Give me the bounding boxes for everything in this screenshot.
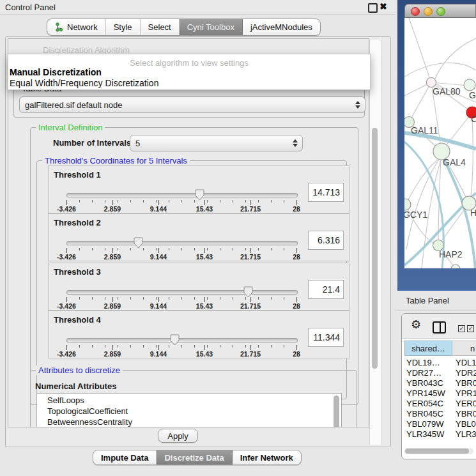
tab-style[interactable]: Style — [106, 19, 141, 35]
table-panel-header: Table Panel — [395, 291, 476, 311]
threshold-1-slider[interactable] — [66, 193, 298, 197]
node-partial-top-right[interactable] — [464, 79, 475, 91]
slider-ticks — [66, 200, 297, 203]
close-traffic-icon[interactable] — [411, 7, 420, 16]
numerical-attributes-list[interactable]: SelfLoops TopologicalCoefficient Between… — [36, 393, 342, 427]
tab-infer-label: Infer Network — [240, 453, 293, 463]
threshold-3-slider[interactable] — [66, 290, 298, 295]
threshold-1-value-field[interactable]: 14.713 — [308, 183, 344, 202]
network-icon — [55, 22, 63, 32]
tick-label: 9.144 — [150, 350, 167, 358]
checkbox-icon[interactable]: ✓ — [458, 325, 465, 332]
interval-definition-title: Interval Definition — [36, 123, 105, 132]
tab-network[interactable]: Network — [47, 19, 106, 35]
tick-label: 15.43 — [196, 302, 213, 310]
tab-impute-label: Impute Data — [101, 453, 148, 463]
tick-label: 15.43 — [196, 350, 213, 358]
threshold-panel-1: Threshold 1 -3.426 2.859 9.144 15.43 21.… — [48, 165, 349, 213]
table-data-combo[interactable]: galFiltered.sif default node — [19, 96, 365, 113]
combo-spinner-icon — [293, 139, 298, 147]
list-scrollbar[interactable] — [334, 395, 339, 427]
tick-label: 9.144 — [150, 253, 167, 261]
label-c-partial: C — [471, 114, 476, 124]
top-tab-bar: Network Style Select Cyni Toolbox jActiv… — [47, 19, 321, 36]
number-of-intervals-combo[interactable]: 5 — [130, 135, 303, 151]
list-item[interactable]: BetweennessCentrality — [47, 417, 132, 427]
discretize-viewport: Discretization Algorithm Table Data galF… — [8, 38, 369, 427]
float-icon[interactable] — [368, 3, 378, 13]
checkbox-icon[interactable]: ✓ — [467, 325, 474, 332]
tick-label: 2.859 — [104, 302, 121, 310]
label-gal80: GAL80 — [433, 86, 461, 96]
option-manual-discretization[interactable]: Manual Discretization — [10, 67, 102, 77]
tick-label: -3.426 — [57, 302, 76, 310]
close-icon[interactable]: ✖ — [380, 1, 387, 12]
threshold-3-label: Threshold 3 — [54, 267, 101, 277]
zoom-traffic-icon[interactable] — [436, 7, 445, 16]
tab-select-label: Select — [148, 22, 171, 32]
tab-network-label: Network — [67, 22, 98, 32]
tab-discretize-data[interactable]: Discretize Data — [157, 450, 232, 464]
network-graph — [404, 18, 476, 268]
label-hap2: HAP2 — [439, 249, 463, 259]
number-of-intervals-label: Number of Intervals — [53, 138, 131, 148]
panel-scrollbar-thumb[interactable] — [372, 128, 378, 369]
tick-label: 9.144 — [150, 205, 167, 213]
label-gal4: GAL4 — [443, 157, 466, 167]
table-hscrollbar-thumb[interactable] — [405, 449, 469, 454]
table-panel-title: Table Panel — [406, 296, 449, 305]
threshold-2-slider[interactable] — [66, 241, 298, 245]
tab-jactivemnodules[interactable]: jActiveMNodules — [243, 19, 320, 35]
list-item[interactable]: TopologicalCoefficient — [47, 406, 128, 416]
number-of-intervals-value: 5 — [135, 139, 140, 148]
slider-ticks — [66, 345, 297, 348]
tick-label: 28 — [293, 350, 300, 358]
threshold-4-slider[interactable] — [66, 338, 298, 342]
tick-label: 28 — [293, 205, 300, 213]
tab-infer-network[interactable]: Infer Network — [233, 450, 301, 464]
threshold-3-value-field[interactable]: 21.4 — [308, 280, 344, 299]
tick-label: 9.144 — [150, 302, 167, 310]
tab-discretize-label: Discretize Data — [164, 453, 224, 463]
threshold-4-value-field[interactable]: 11.344 — [308, 328, 344, 347]
algorithm-dropdown-popup: Select algorithm to view settings Manual… — [8, 54, 371, 90]
tick-label: -3.426 — [57, 350, 76, 358]
network-window-titlebar[interactable] — [404, 4, 476, 18]
tick-label: 15.43 — [196, 253, 213, 261]
tab-cyni-toolbox[interactable]: Cyni Toolbox — [180, 19, 243, 35]
threshold-2-label: Threshold 2 — [54, 218, 101, 227]
apply-button[interactable]: Apply — [158, 429, 198, 443]
numerical-attributes-label: Numerical Attributes — [35, 381, 116, 391]
screen: Control Panel ✖ Network Style Select Cyn… — [0, 0, 476, 476]
table-hscrollbar[interactable] — [404, 448, 473, 454]
tick-label: 21.715 — [240, 205, 261, 213]
table-panel-widget: ⚙ ✓ ✓ shared… n YDL19…YDL1 YDR27…YDR2 YB… — [401, 313, 476, 459]
split-view-icon[interactable] — [433, 321, 446, 334]
tick-label: 21.715 — [240, 302, 261, 310]
column-header-name[interactable]: n — [452, 341, 476, 356]
label-g-partial: G — [469, 90, 476, 100]
label-gal11: GAL11 — [411, 125, 438, 135]
tab-select[interactable]: Select — [141, 19, 180, 35]
threshold-4-label: Threshold 4 — [54, 315, 101, 325]
node-gcy1[interactable] — [404, 199, 411, 210]
slider-ticks — [66, 248, 297, 250]
tick-label: 2.859 — [104, 350, 121, 358]
bottom-tab-bar: Impute Data Discretize Data Infer Networ… — [93, 450, 302, 465]
column-header-shared[interactable]: shared… — [404, 341, 452, 356]
network-canvas[interactable]: GAL80 G C GAL11 GAL4 GCY1 H HAP2 — [404, 18, 476, 268]
list-item[interactable]: SelfLoops — [47, 395, 84, 405]
thresholds-group-title: Threshold's Coordinates for 5 Intervals — [42, 156, 190, 165]
tick-label: 28 — [293, 253, 300, 261]
option-equal-width-frequency[interactable]: Equal Width/Frequency Discretization — [10, 78, 158, 88]
tab-impute-data[interactable]: Impute Data — [93, 450, 157, 464]
algorithm-placeholder: Select algorithm to view settings — [8, 58, 370, 68]
minimize-traffic-icon[interactable] — [424, 7, 433, 16]
combo-spinner-icon — [355, 101, 360, 109]
gear-icon[interactable]: ⚙ — [411, 319, 421, 330]
attributes-group-title: Attributes to discretize — [36, 365, 123, 375]
table-data-group: Table Data galFiltered.sif default node — [13, 88, 365, 118]
tick-label: 21.715 — [240, 350, 261, 358]
threshold-2-value-field[interactable]: 6.316 — [308, 231, 344, 250]
table-toolbar: ⚙ ✓ ✓ — [402, 314, 476, 339]
